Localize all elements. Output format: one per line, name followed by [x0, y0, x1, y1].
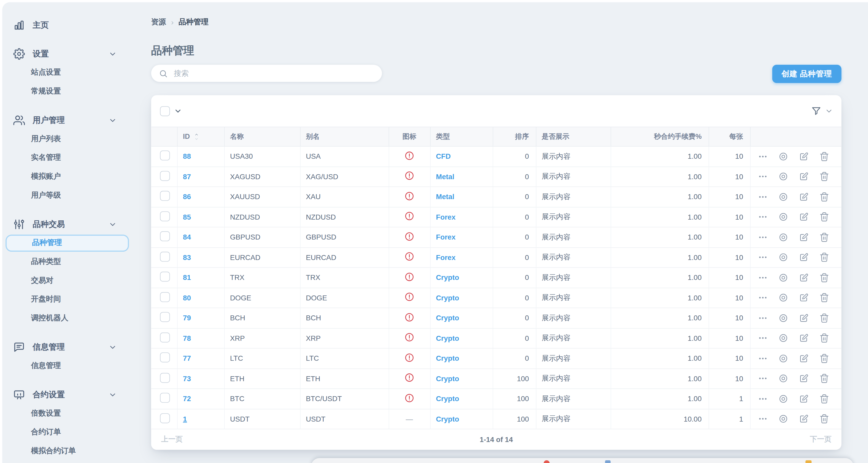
- view-icon[interactable]: [778, 172, 788, 181]
- breadcrumb-item[interactable]: 资源: [151, 17, 166, 27]
- more-actions-icon[interactable]: [757, 152, 768, 161]
- view-icon[interactable]: [778, 374, 788, 384]
- edit-icon[interactable]: [799, 374, 808, 384]
- sidebar-sub-item-active[interactable]: 品种管理: [5, 234, 129, 252]
- dock[interactable]: [311, 458, 854, 463]
- edit-icon[interactable]: [799, 333, 808, 343]
- row-checkbox[interactable]: [160, 191, 170, 201]
- trash-icon[interactable]: [819, 313, 829, 323]
- row-id-link[interactable]: 84: [183, 233, 191, 241]
- sidebar-sub-item[interactable]: 用户等级: [2, 186, 142, 205]
- view-icon[interactable]: [778, 273, 788, 283]
- dock-app-icon[interactable]: [806, 460, 812, 463]
- dock-app-icon[interactable]: [605, 460, 611, 463]
- chevron-down-icon[interactable]: [109, 343, 116, 351]
- caret-down-icon[interactable]: [194, 137, 199, 141]
- trash-icon[interactable]: [819, 212, 829, 222]
- sidebar-sub-item[interactable]: 常规设置: [2, 82, 142, 101]
- edit-icon[interactable]: [799, 273, 808, 283]
- row-type-link[interactable]: Crypto: [436, 415, 459, 423]
- more-actions-icon[interactable]: [757, 293, 768, 303]
- row-checkbox[interactable]: [160, 211, 170, 221]
- more-actions-icon[interactable]: [757, 253, 768, 262]
- row-id-link[interactable]: 77: [183, 354, 191, 363]
- row-type-link[interactable]: Crypto: [436, 374, 459, 383]
- row-type-link[interactable]: Forex: [436, 233, 456, 241]
- trash-icon[interactable]: [819, 354, 829, 363]
- row-id-link[interactable]: 87: [183, 172, 191, 181]
- more-actions-icon[interactable]: [757, 414, 768, 424]
- more-actions-icon[interactable]: [757, 354, 768, 363]
- column-header-id[interactable]: ID: [177, 127, 224, 146]
- sidebar-group-item[interactable]: 设置: [2, 44, 142, 63]
- more-actions-icon[interactable]: [757, 192, 768, 202]
- trash-icon[interactable]: [819, 293, 829, 303]
- view-icon[interactable]: [778, 192, 788, 202]
- sidebar-group-item[interactable]: 主页: [2, 15, 142, 34]
- row-type-link[interactable]: Crypto: [436, 334, 459, 342]
- sidebar-sub-item[interactable]: 品种类型: [2, 252, 142, 271]
- sidebar-group-item[interactable]: 品种交易: [2, 215, 142, 234]
- row-checkbox[interactable]: [160, 373, 170, 383]
- chevron-down-icon[interactable]: [109, 117, 116, 124]
- edit-icon[interactable]: [799, 232, 808, 242]
- row-type-link[interactable]: Metal: [436, 172, 454, 181]
- sidebar-sub-item[interactable]: 实名管理: [2, 148, 142, 167]
- row-type-link[interactable]: Forex: [436, 253, 456, 262]
- row-type-link[interactable]: Crypto: [436, 395, 459, 403]
- sidebar-sub-item[interactable]: 开盘时间: [2, 290, 142, 309]
- more-actions-icon[interactable]: [757, 333, 768, 343]
- edit-icon[interactable]: [799, 414, 808, 424]
- view-icon[interactable]: [778, 232, 788, 242]
- more-actions-icon[interactable]: [757, 273, 768, 283]
- edit-icon[interactable]: [799, 152, 808, 161]
- select-dropdown-chevron-down-icon[interactable]: [175, 107, 182, 114]
- row-id-link[interactable]: 78: [183, 334, 191, 342]
- more-actions-icon[interactable]: [757, 313, 768, 323]
- trash-icon[interactable]: [819, 172, 829, 181]
- row-type-link[interactable]: Metal: [436, 193, 454, 201]
- view-icon[interactable]: [778, 253, 788, 262]
- row-type-link[interactable]: Crypto: [436, 273, 459, 282]
- sidebar-sub-item[interactable]: 调控机器人: [2, 309, 142, 328]
- row-id-link[interactable]: 81: [183, 273, 191, 282]
- row-checkbox[interactable]: [160, 252, 170, 262]
- row-checkbox[interactable]: [160, 353, 170, 362]
- sidebar-group-item[interactable]: 信息管理: [2, 337, 142, 356]
- sidebar-group-item[interactable]: 合约设置: [2, 385, 142, 404]
- edit-icon[interactable]: [799, 354, 808, 363]
- trash-icon[interactable]: [819, 273, 829, 283]
- chevron-down-icon[interactable]: [109, 391, 116, 398]
- more-actions-icon[interactable]: [757, 212, 768, 222]
- create-symbol-button[interactable]: 创建 品种管理: [772, 65, 842, 83]
- sort-carets[interactable]: [194, 133, 199, 141]
- row-type-link[interactable]: Crypto: [436, 354, 459, 363]
- row-type-link[interactable]: Crypto: [436, 314, 459, 322]
- sidebar-sub-item[interactable]: 交易对: [2, 271, 142, 290]
- row-id-link[interactable]: 86: [183, 193, 191, 201]
- row-checkbox[interactable]: [160, 312, 170, 322]
- select-all-checkbox[interactable]: [160, 106, 170, 116]
- row-id-link[interactable]: 73: [183, 374, 191, 383]
- filter-chevron-down-icon[interactable]: [826, 107, 833, 114]
- row-checkbox[interactable]: [160, 292, 170, 302]
- sidebar-sub-item[interactable]: 用户列表: [2, 130, 142, 148]
- trash-icon[interactable]: [819, 152, 829, 161]
- sidebar-sub-item[interactable]: 合约订单: [2, 423, 142, 441]
- sidebar-sub-item[interactable]: 倍数设置: [2, 404, 142, 423]
- row-id-link[interactable]: 83: [183, 253, 191, 262]
- sidebar-sub-item[interactable]: 信息管理: [2, 356, 142, 375]
- trash-icon[interactable]: [819, 414, 829, 424]
- edit-icon[interactable]: [799, 293, 808, 303]
- view-icon[interactable]: [778, 354, 788, 363]
- sidebar-sub-item[interactable]: 模拟合约订单: [2, 441, 142, 460]
- trash-icon[interactable]: [819, 192, 829, 202]
- row-type-link[interactable]: Forex: [436, 213, 456, 221]
- more-actions-icon[interactable]: [757, 374, 768, 384]
- row-id-link[interactable]: 85: [183, 213, 191, 221]
- filter-funnel-icon[interactable]: [811, 106, 822, 116]
- view-icon[interactable]: [778, 293, 788, 303]
- row-type-link[interactable]: Crypto: [436, 294, 459, 302]
- trash-icon[interactable]: [819, 394, 829, 404]
- row-id-link[interactable]: 1: [183, 415, 187, 423]
